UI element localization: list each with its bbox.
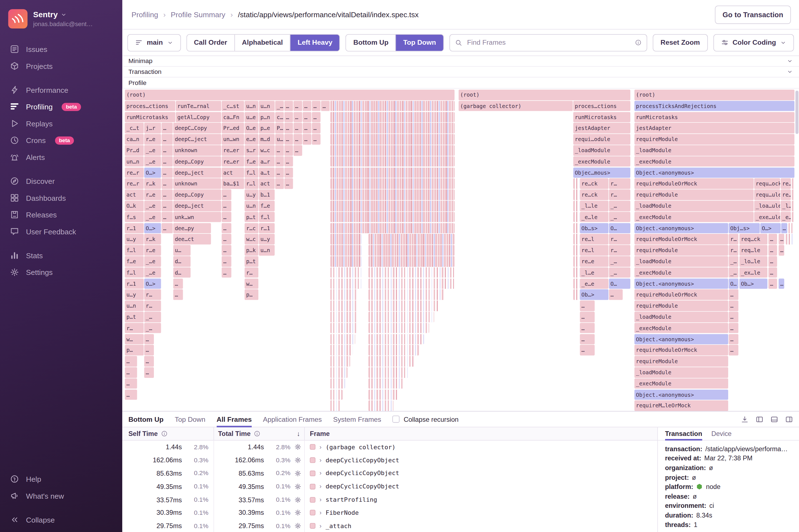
sidebar-item-replays[interactable]: Replays: [0, 115, 122, 132]
frame-column-header[interactable]: Frame: [305, 427, 657, 440]
flame-frame[interactable]: …: [173, 279, 183, 289]
flame-frame[interactable]: …: [284, 101, 293, 111]
flame-frame[interactable]: …: [768, 279, 777, 289]
sidebar-item-projects[interactable]: Projects: [0, 57, 122, 74]
download-icon[interactable]: [741, 415, 749, 423]
flame-frame[interactable]: _…: [275, 101, 284, 111]
tab-all-frames[interactable]: All Frames: [217, 411, 252, 427]
flame-frame[interactable]: …: [284, 156, 293, 167]
flame-frame[interactable]: …: [580, 301, 595, 311]
flame-frame[interactable]: _l…le: [580, 201, 609, 211]
sidebar-item-user-feedback[interactable]: User Feedback: [0, 223, 122, 240]
sidebar-item-issues[interactable]: Issues: [0, 41, 122, 58]
expand-chevron-icon[interactable]: ›: [319, 483, 321, 490]
org-switcher[interactable]: Sentry jonas.badalic@sent…: [0, 0, 122, 34]
flame-graph[interactable]: (root)(root)(root)proces…ctionsrunTe…rna…: [122, 89, 799, 411]
flame-frame[interactable]: …: [303, 101, 312, 111]
info-tab-device[interactable]: Device: [711, 427, 731, 441]
flame-frame[interactable]: r…1: [125, 279, 144, 289]
collapse-recursion-toggle[interactable]: Collapse recursion: [393, 415, 459, 423]
flame-frame[interactable]: _l…e: [781, 201, 791, 211]
sort-descending-icon[interactable]: ↓: [297, 430, 300, 438]
flame-frame[interactable]: _…e: [144, 212, 161, 223]
flame-frame[interactable]: p…n: [259, 112, 275, 122]
gear-icon[interactable]: [295, 470, 301, 477]
minimap-section-header[interactable]: Minimap: [122, 56, 799, 67]
flame-frame[interactable]: runMicrotasks: [634, 112, 795, 122]
flame-frame[interactable]: (garbage collector): [459, 101, 573, 111]
flame-frame[interactable]: deepC…ject: [173, 134, 221, 145]
flame-frame[interactable]: runMicrotasks: [573, 112, 630, 122]
color-coding-button[interactable]: Color Coding: [713, 34, 794, 51]
flame-frame[interactable]: e…e: [244, 134, 258, 145]
flame-frame[interactable]: …: [162, 223, 172, 233]
flame-frame[interactable]: p…: [244, 290, 258, 300]
flame-frame[interactable]: _loadModule: [634, 201, 754, 211]
find-frames-search[interactable]: [449, 34, 647, 51]
flame-frame[interactable]: requireModule: [634, 190, 754, 200]
flame-frame[interactable]: (root): [459, 90, 630, 100]
flame-frame[interactable]: …: [293, 145, 302, 156]
flame-frame[interactable]: proces…ctions: [573, 101, 630, 111]
flame-frame[interactable]: …: [162, 145, 172, 156]
flame-frame[interactable]: …: [729, 345, 739, 356]
flame-frame[interactable]: _…e: [144, 201, 161, 211]
flame-frame[interactable]: …: [729, 301, 739, 311]
self-time-column-header[interactable]: Self Time: [122, 427, 214, 440]
flame-frame[interactable]: requ…ock: [754, 178, 780, 189]
flame-frame[interactable]: _…: [609, 267, 630, 278]
flame-frame[interactable]: r…: [125, 323, 144, 334]
sidebar-item-settings[interactable]: Settings: [0, 264, 122, 281]
flame-frame[interactable]: …: [729, 312, 739, 322]
flame-frame[interactable]: _c…t: [125, 123, 144, 134]
flame-frame[interactable]: requi…odule: [573, 134, 630, 145]
flame-frame[interactable]: _loadModule: [634, 256, 728, 267]
flame-frame[interactable]: f…l: [244, 167, 258, 178]
flame-frame[interactable]: p…: [125, 345, 144, 356]
flame-frame[interactable]: requireModule: [634, 301, 728, 311]
flame-frame[interactable]: re…r: [125, 167, 144, 178]
expand-chevron-icon[interactable]: ›: [319, 470, 321, 477]
flame-frame[interactable]: _e…le: [580, 212, 609, 223]
flame-frame[interactable]: _c…st: [222, 101, 244, 111]
breadcrumb-link[interactable]: Profile Summary: [171, 11, 226, 19]
sidebar-item-performance[interactable]: Performance: [0, 81, 122, 98]
flame-frame[interactable]: …: [768, 256, 777, 267]
flame-frame[interactable]: _…: [144, 312, 161, 322]
flame-frame[interactable]: …: [222, 201, 231, 211]
frame-cell[interactable]: ›deepCyclicCopyObject: [305, 480, 657, 493]
flame-frame[interactable]: r…: [609, 245, 630, 256]
flame-frame[interactable]: w…c: [259, 145, 275, 156]
flame-frame[interactable]: …: [222, 256, 231, 267]
flame-frame[interactable]: re…er: [222, 145, 244, 156]
expand-chevron-icon[interactable]: ›: [319, 443, 321, 451]
flame-frame[interactable]: …: [729, 334, 739, 344]
flame-frame[interactable]: r…: [729, 234, 739, 245]
flame-frame[interactable]: O…e: [244, 123, 258, 134]
flame-frame[interactable]: Objec…mous>: [573, 167, 630, 178]
flame-frame[interactable]: Pr…d: [125, 145, 144, 156]
flame-frame[interactable]: …: [144, 334, 154, 344]
flame-frame[interactable]: p…t: [244, 256, 258, 267]
flame-frame[interactable]: a…t: [259, 167, 275, 178]
flame-frame[interactable]: …: [293, 134, 302, 145]
flame-frame[interactable]: requireModule: [634, 134, 795, 145]
flame-frame[interactable]: …: [609, 290, 623, 300]
sidebar-item-alerts[interactable]: Alerts: [0, 149, 122, 166]
flame-frame[interactable]: w…: [125, 334, 144, 344]
flame-frame[interactable]: r…c: [244, 223, 258, 233]
flame-frame[interactable]: _execModule: [634, 323, 728, 334]
flame-frame[interactable]: act: [125, 190, 144, 200]
flame-frame[interactable]: w…: [244, 279, 258, 289]
flame-frame[interactable]: O…>: [144, 167, 161, 178]
expand-chevron-icon[interactable]: ›: [319, 457, 321, 464]
flame-frame[interactable]: …: [284, 134, 293, 145]
flame-frame[interactable]: …: [284, 112, 293, 122]
flame-frame[interactable]: r…: [244, 267, 258, 278]
table-row[interactable]: 162.06ms0.3%162.06ms0.3%›deepCyclicCopyO…: [122, 454, 657, 467]
flame-frame[interactable]: r…l: [244, 178, 258, 189]
flame-frame[interactable]: …: [125, 378, 137, 389]
view-top-down-button[interactable]: Top Down: [396, 34, 443, 51]
flame-frame[interactable]: p…t: [244, 212, 258, 223]
flame-frame[interactable]: f…e: [125, 256, 144, 267]
